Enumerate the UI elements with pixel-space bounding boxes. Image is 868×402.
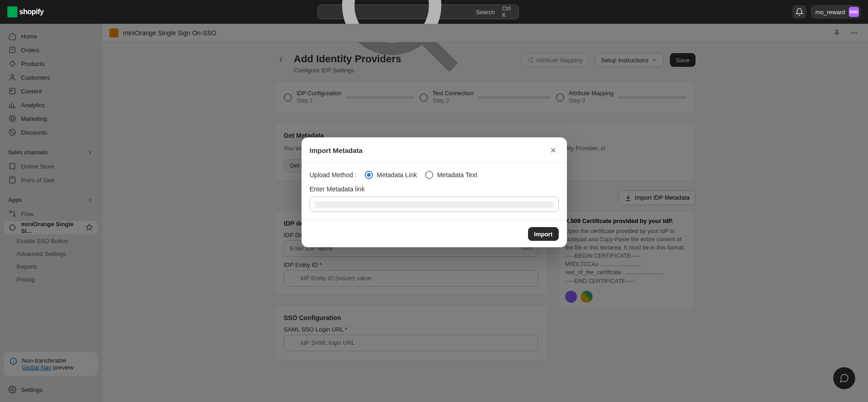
radio-metadata-link[interactable]: Metadata Link xyxy=(365,171,417,179)
modal-title: Import Metadata xyxy=(310,147,363,154)
bell-icon xyxy=(795,8,803,16)
metadata-link-input[interactable] xyxy=(310,196,559,212)
radio-dot-icon xyxy=(365,171,373,179)
search-kbd-shortcut: Ctrl K xyxy=(502,5,513,18)
import-metadata-modal: Import Metadata Upload Method : Metadata… xyxy=(302,137,567,247)
brand-logo-mark xyxy=(7,6,17,17)
radio-metadata-text[interactable]: Metadata Text xyxy=(425,171,477,179)
radio-dot-icon xyxy=(425,171,433,179)
upload-method-label: Upload Method : xyxy=(310,171,357,179)
radio-label: Metadata Text xyxy=(437,171,477,179)
global-search[interactable]: Search Ctrl K xyxy=(318,5,519,19)
button-label: Import xyxy=(534,231,552,238)
close-icon xyxy=(549,146,557,154)
modal-close-button[interactable] xyxy=(548,145,559,156)
notifications-button[interactable] xyxy=(793,5,806,19)
radio-label: Metadata Link xyxy=(377,171,417,179)
user-avatar: SSO xyxy=(849,7,859,17)
user-name: mo_reward xyxy=(815,9,845,16)
search-placeholder: Search xyxy=(476,9,495,16)
user-menu[interactable]: mo_reward SSO xyxy=(811,5,861,19)
metadata-link-label: Enter Metadata link xyxy=(310,185,559,193)
brand-logo[interactable]: shopify xyxy=(7,6,44,18)
brand-logo-text: shopify xyxy=(19,8,43,16)
modal-import-button[interactable]: Import xyxy=(528,227,558,241)
topbar: shopify Search Ctrl K mo_reward SSO xyxy=(0,0,868,24)
